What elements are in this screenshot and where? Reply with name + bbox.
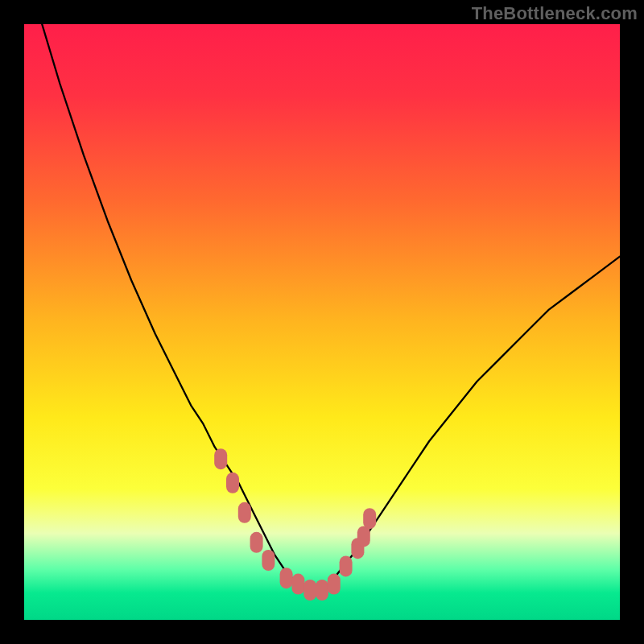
marker-dot [280, 568, 293, 588]
marker-dot [238, 502, 251, 523]
marker-dot [363, 508, 376, 529]
marker-dot [328, 574, 341, 595]
marker-dot [250, 532, 263, 553]
plot-area [24, 24, 620, 620]
chart-frame: TheBottleneck.com [0, 0, 644, 644]
marker-dot [357, 526, 370, 547]
marker-dot [214, 448, 227, 469]
marker-dot [340, 555, 353, 576]
marker-dot [226, 473, 239, 493]
watermark-text: TheBottleneck.com [472, 3, 638, 24]
marker-dot [316, 580, 328, 601]
gradient-rect [24, 24, 620, 620]
marker-dot [291, 574, 304, 595]
marker-dot [262, 550, 275, 571]
chart-svg [24, 24, 620, 620]
marker-dot [303, 580, 316, 601]
